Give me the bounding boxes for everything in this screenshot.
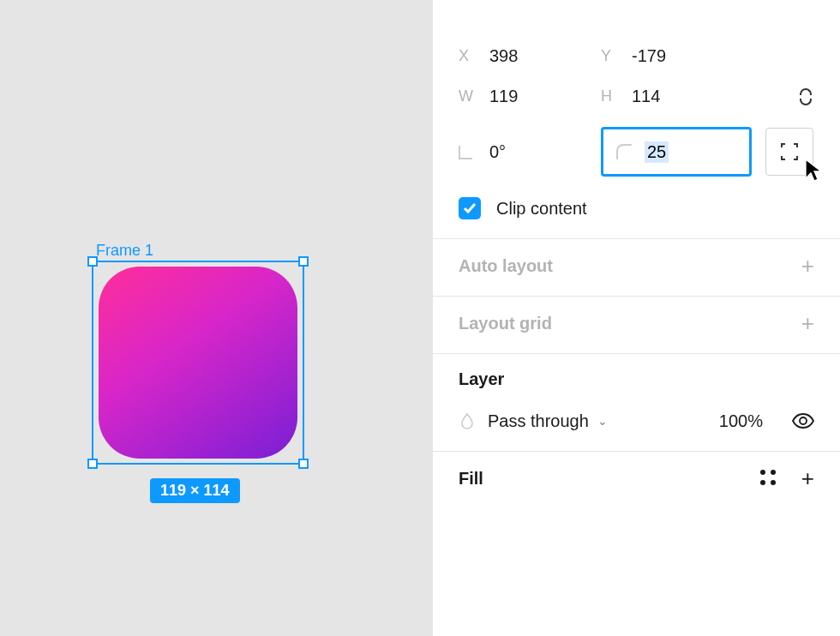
layout-grid-section: Layout grid +	[433, 297, 840, 354]
rotation-input[interactable]: 0°	[489, 142, 601, 162]
width-input[interactable]: 119	[489, 87, 601, 106]
resize-handle-top-left[interactable]	[87, 256, 98, 267]
fill-title: Fill	[459, 469, 483, 489]
add-fill-button[interactable]: +	[801, 467, 814, 489]
auto-layout-title: Auto layout	[459, 256, 553, 276]
opacity-input[interactable]: 100%	[719, 411, 763, 431]
y-input[interactable]: -179	[632, 46, 743, 66]
add-layout-grid-button[interactable]: +	[801, 312, 814, 334]
x-input[interactable]: 398	[489, 46, 601, 66]
blend-mode-icon	[459, 412, 476, 429]
inspector-panel: X 398 Y -179 W 119 H 114	[432, 0, 840, 636]
blend-mode-value: Pass through	[488, 411, 589, 431]
svg-point-0	[800, 417, 807, 424]
independent-corners-icon	[780, 142, 799, 161]
corner-radius-icon	[615, 143, 633, 160]
fill-styles-button[interactable]	[760, 470, 777, 487]
selection-bounds[interactable]	[92, 261, 304, 465]
checkmark-icon	[462, 201, 477, 216]
auto-layout-section: Auto layout +	[433, 239, 840, 297]
layer-section: Layer Pass through ⌄ 100%	[433, 354, 840, 452]
rotation-icon	[459, 143, 489, 161]
h-label: H	[601, 87, 632, 105]
resize-handle-bottom-left[interactable]	[87, 459, 98, 469]
height-input[interactable]: 114	[632, 87, 743, 106]
frame-name-label[interactable]: Frame 1	[96, 242, 153, 260]
chevron-down-icon: ⌄	[597, 414, 608, 428]
transform-section: X 398 Y -179 W 119 H 114	[433, 31, 840, 239]
add-auto-layout-button[interactable]: +	[801, 255, 814, 277]
corner-radius-input[interactable]: 25	[601, 127, 752, 177]
independent-corners-button[interactable]	[765, 128, 813, 176]
clip-content-row[interactable]: Clip content	[459, 197, 814, 219]
clip-content-label: Clip content	[496, 199, 587, 219]
clip-content-checkbox[interactable]	[459, 197, 481, 219]
layout-grid-title: Layout grid	[459, 314, 552, 333]
constrain-proportions-toggle[interactable]	[797, 88, 814, 105]
canvas-area[interactable]: Frame 1 119 × 114	[0, 0, 432, 636]
y-label: Y	[601, 47, 632, 65]
w-label: W	[459, 87, 489, 105]
visibility-toggle-icon[interactable]	[792, 410, 814, 432]
fill-section: Fill +	[433, 452, 840, 508]
blend-mode-select[interactable]: Pass through ⌄	[488, 411, 608, 431]
dimensions-badge: 119 × 114	[150, 478, 240, 503]
corner-radius-value: 25	[645, 141, 669, 163]
x-label: X	[459, 47, 489, 65]
resize-handle-top-right[interactable]	[298, 256, 309, 267]
layer-title: Layer	[459, 369, 504, 389]
resize-handle-bottom-right[interactable]	[298, 459, 309, 469]
